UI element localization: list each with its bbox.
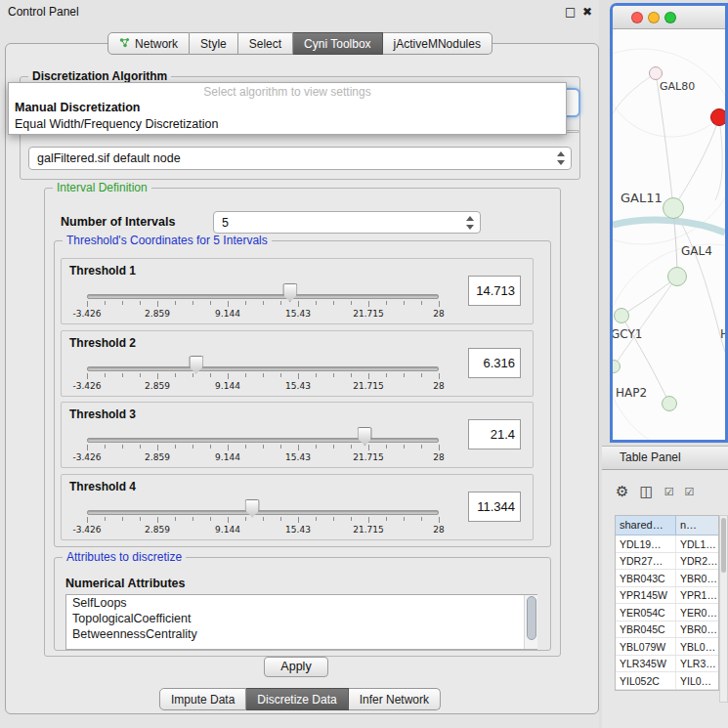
threshold-slider[interactable]: -3.4262.8599.14415.4321.71528 — [87, 282, 439, 321]
tab-jactivemnodules[interactable]: jActiveMNodules — [383, 32, 492, 55]
slider-thumb[interactable] — [245, 499, 260, 518]
threshold-value-field[interactable]: 21.4 — [468, 419, 521, 450]
network-edge-thick — [613, 220, 725, 233]
tab-label: jActiveMNodules — [394, 37, 481, 51]
network-window-titlebar[interactable] — [613, 6, 725, 29]
threshold-slider[interactable]: -3.4262.8599.14415.4321.71528 — [87, 426, 439, 465]
network-node[interactable] — [614, 308, 629, 323]
network-node-label: GCY1 — [613, 327, 642, 341]
tab-infer-network[interactable]: Infer Network — [349, 688, 441, 710]
tab-label: Discretize Data — [257, 693, 336, 707]
network-node[interactable] — [649, 66, 663, 80]
tick-mark — [193, 445, 193, 449]
tab-style[interactable]: Style — [190, 32, 238, 55]
table-cell-shared-name: YER054C — [616, 604, 676, 621]
tick-mark — [193, 373, 193, 377]
table-panel-title: Table Panel — [620, 447, 728, 469]
toolbar-select-all-secondary-icon[interactable]: ☑ — [685, 487, 695, 497]
apply-button[interactable]: Apply — [264, 657, 328, 677]
table-row[interactable]: YDR27…YDR2… — [616, 553, 718, 571]
table-row[interactable]: YLR345WYLR3… — [616, 656, 718, 673]
table-row[interactable]: YBL079WYBL0… — [616, 638, 718, 656]
threshold-label: Threshold 1 — [69, 264, 136, 278]
tab-select[interactable]: Select — [238, 32, 293, 55]
tick-mark — [140, 517, 141, 521]
scale-label: 9.144 — [215, 525, 240, 535]
tab-label: Select — [249, 37, 281, 51]
slider-thumb[interactable] — [189, 356, 203, 374]
threshold-label: Threshold 3 — [69, 407, 136, 421]
threshold-value-field[interactable]: 11.344 — [468, 492, 521, 522]
group-title: Attributes to discretize — [63, 550, 186, 564]
network-node[interactable] — [662, 396, 677, 411]
tick-mark — [351, 517, 352, 521]
close-panel-icon[interactable]: ✖ — [582, 5, 592, 19]
column-header-name[interactable]: n… — [676, 516, 718, 535]
tab-discretize-data[interactable]: Discretize Data — [246, 688, 348, 710]
traffic-light-zoom[interactable] — [664, 12, 676, 23]
table-cell-name: YDL1… — [676, 535, 718, 552]
traffic-light-close[interactable] — [631, 12, 643, 23]
toolbar-show-columns-icon[interactable]: ◫ — [639, 485, 653, 499]
attributes-list-scrollbar[interactable] — [524, 595, 537, 649]
table-row[interactable]: YDL19…YDL1… — [616, 535, 718, 553]
threshold-slider[interactable]: -3.4262.8599.14415.4321.71528 — [87, 498, 439, 537]
tick-mark — [245, 301, 246, 305]
application-window: Control Panel □ ✖ NetworkStyleSelectCyni… — [0, 0, 728, 728]
tick-mark — [351, 445, 352, 449]
network-node[interactable] — [710, 108, 725, 126]
table-row[interactable]: YER054CYER0… — [616, 604, 718, 621]
threshold-panel-4: Threshold 4-3.4262.8599.14415.4321.71528… — [61, 474, 534, 540]
tab-cyni-toolbox[interactable]: Cyni Toolbox — [293, 32, 382, 55]
tick-mark — [157, 445, 158, 450]
table-cell-name: YBL0… — [676, 638, 718, 655]
slider-thumb[interactable] — [282, 283, 297, 302]
tick-mark — [210, 301, 211, 305]
table-row[interactable]: YPR145WYPR1… — [616, 587, 718, 605]
tick-mark — [421, 517, 422, 521]
tick-mark — [210, 373, 211, 377]
traffic-light-minimize[interactable] — [648, 12, 660, 23]
group-title: Threshold's Coordinates for 5 Intervals — [63, 234, 272, 247]
scrollbar-thumb[interactable] — [527, 596, 536, 640]
network-canvas[interactable]: GAL80GAL11GAL4GCY1HHAP2 — [613, 29, 725, 440]
dropdown-option-equal-width-frequency[interactable]: Equal Width/Frequency Discretization — [9, 116, 566, 133]
column-header-shared-name[interactable]: shared… — [616, 516, 676, 535]
float-window-icon[interactable]: □ — [565, 5, 576, 19]
network-node[interactable] — [663, 197, 684, 219]
tick-mark — [122, 373, 123, 377]
table-data-combobox[interactable]: galFiltered.sif default node — [28, 147, 572, 170]
threshold-value-field[interactable]: 14.713 — [468, 276, 521, 306]
toolbar-settings-gear-icon[interactable]: ⚙ — [616, 485, 628, 499]
attribute-item[interactable]: BetweennessCentrality — [66, 626, 536, 642]
scrollbar-thumb[interactable] — [721, 518, 726, 573]
table-cell-shared-name: YLR345W — [616, 656, 676, 672]
tick-mark — [140, 445, 141, 449]
tick-mark — [386, 301, 387, 305]
dropdown-option-manual-discretization[interactable]: Manual Discretization — [9, 100, 566, 116]
tab-impute-data[interactable]: Impute Data — [159, 688, 246, 710]
tab-network[interactable]: Network — [107, 32, 190, 55]
network-node-label: GAL80 — [660, 80, 695, 93]
table-scrollbar[interactable] — [719, 515, 728, 703]
attribute-item[interactable]: TopologicalCoefficient — [66, 611, 536, 626]
tick-mark — [140, 373, 141, 377]
scale-label: 21.715 — [353, 525, 384, 535]
scale-label: 28 — [433, 381, 444, 391]
threshold-value-field[interactable]: 6.316 — [468, 348, 521, 378]
toolbar-select-all-icon[interactable]: ☑ — [664, 487, 674, 497]
number-of-intervals-combobox[interactable]: 5 — [213, 211, 481, 234]
scale-label: 15.43 — [285, 309, 311, 319]
table-row[interactable]: YIL052CYIL0… — [616, 672, 718, 690]
slider-thumb[interactable] — [358, 427, 372, 446]
attribute-item[interactable]: SelfLoops — [66, 595, 536, 611]
table-row[interactable]: YBR043CYBR0… — [616, 570, 718, 587]
threshold-slider[interactable]: -3.4262.8599.14415.4321.71528 — [87, 355, 439, 394]
tick-mark — [439, 517, 440, 523]
scale-label: 21.715 — [353, 309, 384, 319]
tick-mark — [316, 301, 317, 305]
tab-label: Impute Data — [171, 693, 235, 707]
tick-mark — [87, 301, 88, 307]
network-node[interactable] — [667, 267, 687, 286]
table-row[interactable]: YBR045CYBR0… — [616, 621, 718, 639]
